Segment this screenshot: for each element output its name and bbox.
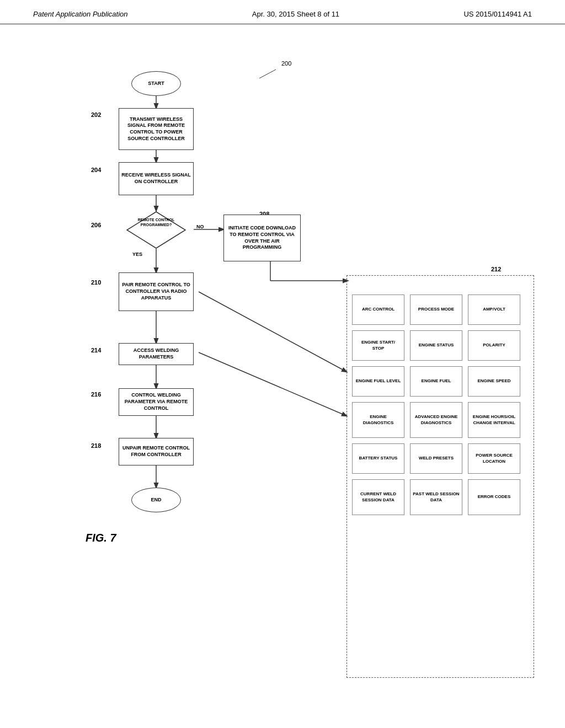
grid-engine-start-stop: ENGINE START/ STOP [352, 330, 404, 361]
grid-current-weld-session: CURRENT WELD SESSION DATA [352, 479, 404, 515]
box-216: CONTROL WELDING PARAMETER VIA REMOTE CON… [119, 388, 194, 416]
diamond-206: REMOTE CONTROL PROGRAMMED? [126, 211, 186, 249]
label-218: 218 [91, 442, 101, 449]
label-206: 206 [91, 222, 101, 228]
label-210: 210 [91, 279, 101, 286]
grid-engine-diagnostics: ENGINE DIAGNOSTICS [352, 402, 404, 438]
start-oval: START [131, 71, 181, 96]
diagram-area: 200 START 202 TRANSMIT WIRELESS SIGNAL F… [0, 30, 565, 708]
grid-process-mode: PROCESS MODE [410, 295, 462, 325]
box-204: RECEIVE WIRELESS SIGNAL ON CONTROLLER [119, 162, 194, 195]
grid-amp-volt: AMP/VOLT [468, 295, 520, 325]
header-center: Apr. 30, 2015 Sheet 8 of 11 [252, 10, 339, 18]
fig-label: FIG. 7 [86, 532, 116, 544]
grid-battery-status: BATTERY STATUS [352, 443, 404, 474]
label-216: 216 [91, 391, 101, 398]
svg-line-11 [199, 292, 347, 372]
page-header: Patent Application Publication Apr. 30, … [0, 0, 565, 24]
grid-engine-fuel: ENGINE FUEL [410, 366, 462, 397]
ref-200: 200 [281, 60, 291, 67]
label-212: 212 [491, 266, 501, 272]
grid-weld-presets: WELD PRESETS [410, 443, 462, 474]
grid-past-weld-session: PAST WELD SESSION DATA [410, 479, 462, 515]
svg-line-13 [259, 69, 276, 78]
grid-error-codes: ERROR CODES [468, 479, 520, 515]
grid-engine-hours: ENGINE HOURS/OIL CHANGE INTERVAL [468, 402, 520, 438]
header-right: US 2015/0114941 A1 [463, 10, 532, 18]
label-204: 204 [91, 167, 101, 173]
grid-engine-speed: ENGINE SPEED [468, 366, 520, 397]
header-left: Patent Application Publication [33, 10, 128, 18]
label-214: 214 [91, 347, 101, 354]
box-208: INITIATE CODE DOWNLOAD TO REMOTE CONTROL… [223, 215, 301, 261]
box-210: PAIR REMOTE CONTROL TO CONTROLLER VIA RA… [119, 272, 194, 311]
grid-engine-fuel-level: ENGINE FUEL LEVEL [352, 366, 404, 397]
no-label: NO [196, 224, 204, 229]
grid-arc-control: ARC CONTROL [352, 295, 404, 325]
grid-advanced-engine-diagnostics: ADVANCED ENGINE DIAGNOSTICS [410, 402, 462, 438]
box-214: ACCESS WELDING PARAMETERS [119, 343, 194, 365]
label-202: 202 [91, 111, 101, 118]
grid-polarity: POLARITY [468, 330, 520, 361]
end-oval: END [131, 488, 181, 512]
grid-engine-status: ENGINE STATUS [410, 330, 462, 361]
box-202: TRANSMIT WIRELESS SIGNAL FROM REMOTE CON… [119, 108, 194, 150]
yes-label: YES [132, 251, 142, 257]
box-218: UNPAIR REMOTE CONTROL FROM CONTROLLER [119, 438, 194, 465]
grid-power-source-location: POWER SOURCE LOCATION [468, 443, 520, 474]
svg-line-12 [199, 352, 347, 416]
